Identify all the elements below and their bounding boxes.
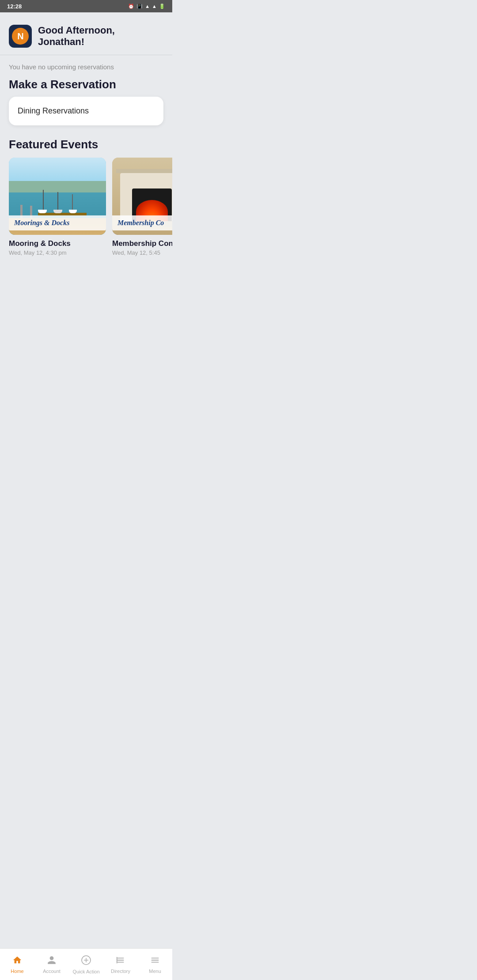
greeting-text: Good Afternoon, Jonathan!	[38, 25, 163, 48]
app-logo: N	[9, 25, 32, 48]
wifi-icon: ▲	[145, 4, 150, 9]
dining-reservations-label: Dining Reservations	[18, 106, 89, 115]
event-date-marina: Wed, May 12, 4:30 pm	[9, 249, 106, 256]
signal-icon: ▲	[152, 4, 157, 9]
event-overlay-fireplace: Membership Co	[112, 215, 172, 230]
event-title-fireplace: Membership Con	[112, 239, 172, 248]
status-time: 12:28	[7, 3, 22, 10]
alarm-icon: ⏰	[128, 4, 134, 9]
status-icons: ⏰ 📳 ▲ ▲ 🔋	[128, 4, 165, 9]
event-image-marina: Moorings & Docks	[9, 158, 106, 235]
make-reservation-title: Make a Reservation	[0, 73, 172, 97]
battery-icon: 🔋	[159, 4, 165, 9]
app-logo-letter: N	[12, 28, 29, 45]
no-reservations-text: You have no upcoming reservations	[0, 55, 172, 73]
status-bar: 12:28 ⏰ 📳 ▲ ▲ 🔋	[0, 0, 172, 12]
main-content: N Good Afternoon, Jonathan! You have no …	[0, 12, 172, 291]
events-row: Moorings & Docks Mooring & Docks Wed, Ma…	[0, 158, 172, 256]
event-card-fireplace[interactable]: Membership Co Membership Con Wed, May 12…	[112, 158, 172, 256]
event-card-marina[interactable]: Moorings & Docks Mooring & Docks Wed, Ma…	[9, 158, 106, 256]
vibrate-icon: 📳	[136, 4, 143, 9]
event-overlay-marina: Moorings & Docks	[9, 215, 106, 230]
event-image-fireplace: Membership Co	[112, 158, 172, 235]
dining-reservations-card[interactable]: Dining Reservations	[9, 97, 163, 125]
event-overlay-text-marina: Moorings & Docks	[14, 219, 69, 226]
header: N Good Afternoon, Jonathan!	[0, 12, 172, 55]
featured-events-title: Featured Events	[0, 134, 172, 158]
event-overlay-text-fireplace: Membership Co	[117, 219, 164, 226]
event-date-fireplace: Wed, May 12, 5:45	[112, 249, 172, 256]
event-title-marina: Mooring & Docks	[9, 239, 106, 248]
